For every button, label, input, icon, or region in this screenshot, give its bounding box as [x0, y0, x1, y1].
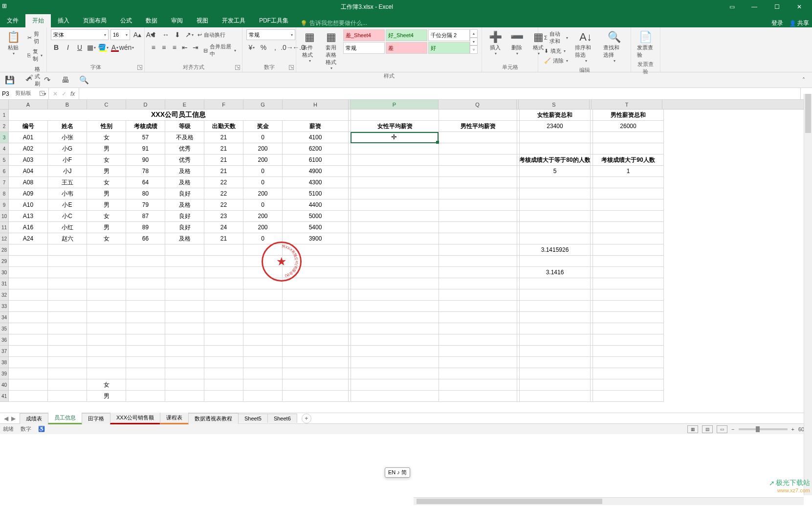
- cell[interactable]: [243, 379, 283, 391]
- cell[interactable]: [351, 256, 439, 267]
- italic-button[interactable]: I: [63, 42, 73, 53]
- cell[interactable]: [520, 256, 591, 267]
- cell[interactable]: [283, 346, 349, 357]
- cell[interactable]: [351, 143, 439, 154]
- data-cell[interactable]: A09: [9, 188, 48, 199]
- cell[interactable]: [439, 391, 517, 402]
- cell[interactable]: [439, 357, 517, 368]
- row-header-36[interactable]: 36: [0, 334, 9, 346]
- style-good[interactable]: 好: [428, 42, 470, 54]
- data-cell[interactable]: 女: [87, 233, 126, 244]
- cell[interactable]: [9, 267, 48, 278]
- data-cell[interactable]: 男: [87, 188, 126, 199]
- data-cell[interactable]: A24: [9, 233, 48, 244]
- tab-pdf-tools[interactable]: PDF工具集: [252, 14, 295, 27]
- cell[interactable]: [243, 323, 283, 334]
- cell[interactable]: [439, 110, 517, 121]
- cell[interactable]: [439, 166, 517, 177]
- row-header-9[interactable]: 9: [0, 199, 9, 211]
- col-T[interactable]: T: [592, 100, 662, 109]
- sheet-tab-grid[interactable]: 田字格: [82, 413, 110, 424]
- data-cell[interactable]: 4400: [283, 199, 349, 211]
- row-header-29[interactable]: 29: [0, 256, 9, 267]
- cell[interactable]: [283, 323, 349, 334]
- cell[interactable]: [126, 346, 165, 357]
- data-cell[interactable]: 21: [204, 143, 243, 154]
- collapse-ribbon-icon[interactable]: ˄: [802, 77, 808, 84]
- col-F[interactable]: F: [204, 100, 243, 109]
- cell[interactable]: [204, 368, 243, 379]
- cell[interactable]: [48, 256, 87, 267]
- data-cell[interactable]: 200: [243, 222, 283, 233]
- data-cell[interactable]: 78: [126, 166, 165, 177]
- data-cell[interactable]: 200: [243, 154, 283, 166]
- cell[interactable]: [165, 368, 204, 379]
- find-select-button[interactable]: 🔍查找和选择▾: [601, 29, 627, 64]
- cell[interactable]: [283, 278, 349, 289]
- cell[interactable]: [283, 357, 349, 368]
- cell[interactable]: [439, 368, 517, 379]
- data-cell[interactable]: 6100: [283, 154, 349, 166]
- cell[interactable]: [9, 357, 48, 368]
- undo-button[interactable]: ↶: [22, 74, 34, 86]
- cell[interactable]: 5: [520, 166, 591, 177]
- cell[interactable]: [351, 278, 439, 289]
- cell[interactable]: [48, 323, 87, 334]
- data-cell[interactable]: 22: [204, 177, 243, 188]
- data-cell[interactable]: 及格: [165, 199, 204, 211]
- cell[interactable]: [165, 346, 204, 357]
- column-header[interactable]: 出勤天数: [204, 121, 243, 132]
- delete-cells-button[interactable]: ➖删除▾: [507, 29, 526, 57]
- row-header-39[interactable]: 39: [0, 368, 9, 379]
- cell[interactable]: [351, 222, 439, 233]
- cell[interactable]: [439, 244, 517, 256]
- style-normal[interactable]: 常规: [343, 42, 385, 54]
- cell[interactable]: [48, 289, 87, 301]
- cell[interactable]: [520, 211, 591, 222]
- decrease-indent-icon[interactable]: ⇤: [180, 42, 190, 53]
- cell[interactable]: [439, 222, 517, 233]
- data-cell[interactable]: 6200: [283, 143, 349, 154]
- data-cell[interactable]: 男: [87, 143, 126, 154]
- cell[interactable]: [165, 379, 204, 391]
- row-header-12[interactable]: 12: [0, 233, 9, 244]
- data-cell[interactable]: 5100: [283, 188, 349, 199]
- percent-icon[interactable]: %: [258, 42, 269, 53]
- wrap-text-button[interactable]: ↩自动换行: [196, 29, 227, 40]
- zoom-in-button[interactable]: +: [791, 426, 794, 432]
- data-cell[interactable]: 57: [126, 132, 165, 143]
- tab-page-layout[interactable]: 页面布局: [76, 14, 113, 27]
- sheet-nav-prev-icon[interactable]: ◀: [4, 415, 8, 422]
- v-scroll-thumb[interactable]: [805, 94, 811, 133]
- data-cell[interactable]: A08: [9, 177, 48, 188]
- cell[interactable]: [87, 323, 126, 334]
- zoom-slider[interactable]: [739, 428, 788, 430]
- cell[interactable]: [351, 267, 439, 278]
- sort-filter-button[interactable]: A↓排序和筛选▾: [573, 29, 598, 64]
- data-cell[interactable]: A01: [9, 132, 48, 143]
- row-header-10[interactable]: 10: [0, 211, 9, 222]
- cell[interactable]: [593, 267, 664, 278]
- cell[interactable]: [126, 391, 165, 402]
- cell[interactable]: [243, 391, 283, 402]
- cell[interactable]: [520, 143, 591, 154]
- col-rest[interactable]: [662, 100, 812, 109]
- cell[interactable]: [351, 312, 439, 323]
- conditional-formatting[interactable]: ▦条件格式▾: [300, 29, 319, 64]
- cell[interactable]: [87, 312, 126, 323]
- column-header[interactable]: 姓名: [48, 121, 87, 132]
- cell[interactable]: [9, 256, 48, 267]
- cell[interactable]: [9, 301, 48, 312]
- fill-button[interactable]: ⬇填充▾: [542, 46, 570, 56]
- cell[interactable]: [593, 379, 664, 391]
- cell[interactable]: [126, 368, 165, 379]
- align-launcher[interactable]: ↘: [235, 65, 240, 70]
- cell[interactable]: [9, 379, 48, 391]
- cell[interactable]: [9, 391, 48, 402]
- row-header-4[interactable]: 4: [0, 143, 9, 154]
- save-button[interactable]: 💾: [4, 74, 16, 86]
- cell[interactable]: [126, 278, 165, 289]
- cell[interactable]: [520, 323, 591, 334]
- cell[interactable]: [165, 323, 204, 334]
- data-cell[interactable]: 200: [243, 211, 283, 222]
